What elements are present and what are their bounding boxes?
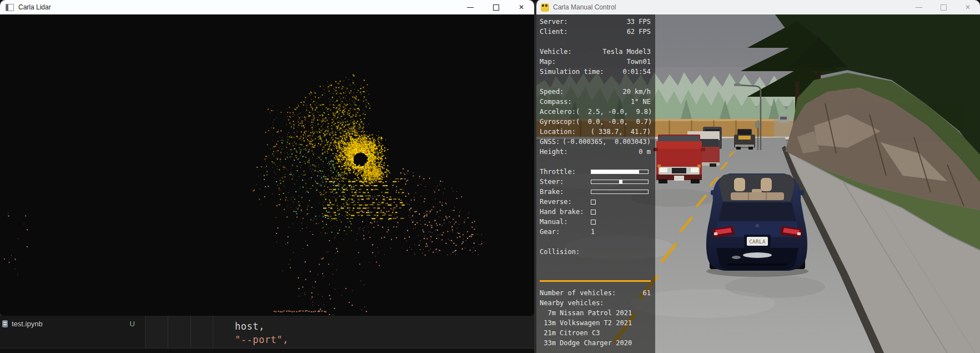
ego-vehicle: CARLA xyxy=(706,173,808,277)
rear-window xyxy=(718,202,796,221)
hud-row: Gear:1 xyxy=(540,227,651,237)
hud-row: Client:62 FPS xyxy=(540,27,651,37)
hud-row: Location:( 338.7, 41.7) xyxy=(540,127,651,137)
hud-row: Steer: xyxy=(540,177,651,187)
hud-row: Accelero:( 2.5, -0.0, 9.8) xyxy=(540,107,651,117)
lidar-point-cloud-view[interactable] xyxy=(0,14,534,316)
control-titlebar[interactable]: Carla Manual Control — ✕ xyxy=(536,0,980,15)
maximize-icon xyxy=(941,4,947,11)
indent-guide xyxy=(190,316,191,349)
hud-row: Nearby vehicles: xyxy=(540,298,651,308)
hud-row: Server:33 FPS xyxy=(540,17,651,27)
hud-row xyxy=(540,280,651,282)
app-window-icon xyxy=(6,4,14,11)
explorer-sidebar: test.ipynb U xyxy=(0,316,145,353)
hud-row: Map:Town01 xyxy=(540,57,651,67)
git-status-badge: U xyxy=(130,320,135,328)
hud-row: Throttle: xyxy=(540,167,651,177)
file-item-test-ipynb[interactable]: test.ipynb U xyxy=(0,317,145,330)
hud-row: 13m Volkswagen T2 2021 xyxy=(540,318,651,328)
maximize-icon xyxy=(493,4,499,11)
game-area[interactable]: CARLA Server:33 FPSClient:62 FPSVehicle:… xyxy=(536,14,980,353)
maximize-button[interactable] xyxy=(483,0,509,14)
close-button[interactable]: ✕ xyxy=(956,0,980,14)
minimize-button[interactable]: — xyxy=(907,0,931,14)
hud-row: Gyroscop:( 0.0, -0.0, 0.7) xyxy=(540,117,651,127)
vehicle-distant-car xyxy=(778,116,788,123)
hud-row: Simulation time:0:01:54 xyxy=(540,67,651,77)
notebook-file-icon xyxy=(2,320,8,327)
minimize-button[interactable]: — xyxy=(458,0,483,14)
hud-row xyxy=(540,77,651,87)
hud-row: Collision: xyxy=(540,247,651,257)
code-editor-region: test.ipynb U host,"--port", xyxy=(0,316,534,353)
license-plate-text: CARLA xyxy=(749,239,766,245)
hud-row: Compass:1° NE xyxy=(540,97,651,107)
file-name: test.ipynb xyxy=(12,320,43,328)
hud-row: Reverse: xyxy=(540,197,651,207)
code-line: "--port", xyxy=(235,334,289,345)
lidar-titlebar[interactable]: Carla Lidar — ✕ xyxy=(0,0,534,15)
front-seat xyxy=(761,178,772,191)
code-line: host, xyxy=(235,321,265,332)
hud-row: Manual: xyxy=(540,217,651,227)
hud-panel: Server:33 FPSClient:62 FPSVehicle:Tesla … xyxy=(536,14,655,353)
indent-guide xyxy=(213,316,213,349)
lidar-window-title: Carla Lidar xyxy=(18,3,51,11)
hud-row: Number of vehicles:61 xyxy=(540,288,651,298)
hud-row xyxy=(540,37,651,47)
hud-row: 33m Dodge Charger 2020 xyxy=(540,338,651,348)
hud-row: Speed:20 km/h xyxy=(540,87,651,97)
rear-seat xyxy=(731,192,784,200)
hud-row: 7m Nissan Patrol 2021 xyxy=(540,308,651,318)
hud-row: Brake: xyxy=(540,187,651,197)
hud-row xyxy=(540,257,651,280)
side-mirror xyxy=(711,190,717,195)
editor-bottom-strip xyxy=(0,348,534,353)
rear-bumper xyxy=(716,248,798,270)
hud-rows: Server:33 FPSClient:62 FPSVehicle:Tesla … xyxy=(540,17,651,348)
pygame-icon xyxy=(541,3,549,12)
indent-guide xyxy=(168,316,168,349)
hud-row xyxy=(540,237,651,247)
lidar-window: Carla Lidar — ✕ xyxy=(0,0,534,316)
hud-row: Height:0 m xyxy=(540,147,651,157)
road-sign xyxy=(755,121,760,128)
editor-pane[interactable]: host,"--port", xyxy=(145,316,534,349)
maximize-button[interactable] xyxy=(931,0,956,14)
manual-control-window: Carla Manual Control — ✕ xyxy=(534,0,980,353)
front-seat xyxy=(734,178,745,191)
vehicle-nissan-patrol xyxy=(654,135,705,183)
hud-row xyxy=(540,157,651,167)
hud-row: Hand brake: xyxy=(540,207,651,217)
side-mirror xyxy=(797,190,804,195)
close-button[interactable]: ✕ xyxy=(509,0,534,14)
hud-row: GNSS:(-0.000365, 0.003043) xyxy=(540,137,651,147)
hud-row: Vehicle:Tesla Model3 xyxy=(540,47,651,57)
control-window-title: Carla Manual Control xyxy=(553,3,616,11)
hud-row: 21m Citroen C3 xyxy=(540,328,651,338)
